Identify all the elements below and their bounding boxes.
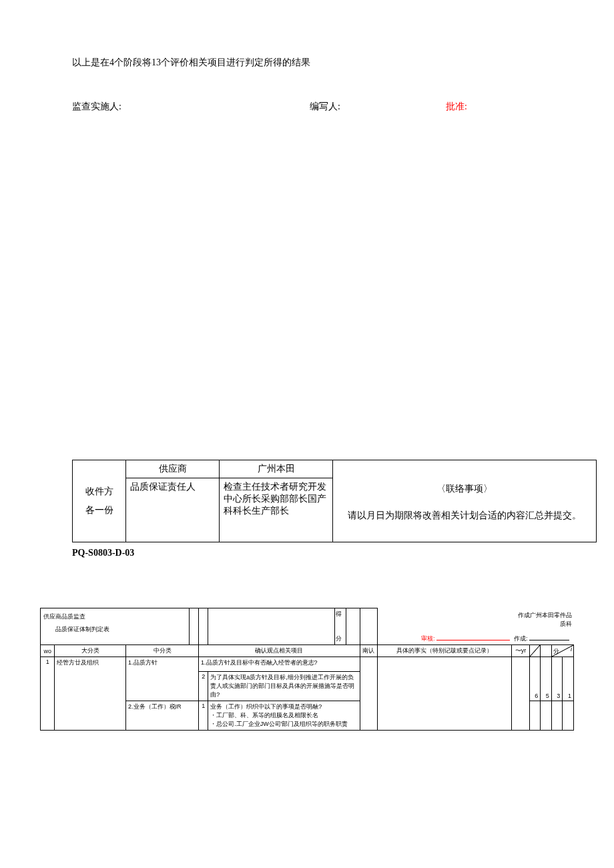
signature-row: 监查实施人: 编写人: 批准: <box>72 101 542 113</box>
page: 以上是在4个阶段将13个评价相关项目进行判定所得的结果 监查实施人: 编写人: … <box>0 0 614 868</box>
ghonda-roles: 检查主任技术者研究开发中心所长采购部部长国产科科长生产部长 <box>220 478 333 542</box>
yr-cell <box>512 657 529 731</box>
de-label: 得 <box>336 610 345 618</box>
upper-section: 以上是在4个阶段将13个评价相关项目进行判定所得的结果 监查实施人: 编写人: … <box>0 0 614 113</box>
score-label-cell: 得 分 <box>334 608 346 645</box>
contact-box-table: 收件方 各一份 供应商 广州本田 〈联络事项〉 请以月日为期限将改善相关计划合适… <box>72 460 597 542</box>
col-blank1 <box>529 645 541 657</box>
inspector-label: 监查实施人: <box>72 101 310 113</box>
item2-no: 2 <box>199 672 208 701</box>
writer-label: 编写人: <box>310 101 446 113</box>
approver-label: 批准: <box>446 101 467 113</box>
item3-cell: 业务（工作）织织中以下的事项是否明融? ・工厂部、科、系等的组膜名及相限长名 ・… <box>208 701 360 731</box>
fen-hdr: 分 <box>553 647 559 656</box>
header-row: wo 大分类 中分类 确认观点相关项目 南认 具体的事实（特别记跋或要点记录） … <box>41 645 574 657</box>
col-no: wo <box>41 645 55 657</box>
s1 <box>529 701 541 731</box>
table-row: 1 经管方廿及组织 1.品质方针 1.品质方针及目标中有否融入经管者的意志? 6… <box>41 657 574 672</box>
blank-cell <box>377 608 512 632</box>
s3 <box>551 701 563 731</box>
col-cat2: 中分类 <box>126 645 199 657</box>
s2 <box>541 701 552 731</box>
col-yr: 〜yr <box>512 645 529 657</box>
summary-text: 以上是在4个阶段将13个评价相关项目进行判定所得的结果 <box>72 57 542 69</box>
detail-table: 供应商品质监查 品质保证体制判定表 得 分 作成广州本田零件品质科 审核: <box>40 608 574 731</box>
title1: 供应商品质监查 <box>43 612 186 621</box>
blank-cell <box>189 608 198 645</box>
title-cell: 供应商品质监查 品质保证体制判定表 <box>41 608 190 645</box>
table-row: 供应商品质监查 品质保证体制判定表 得 分 作成广州本田零件品质科 <box>41 608 574 632</box>
shenhe-label: 审核: <box>421 635 435 642</box>
score3: 3 <box>551 657 563 701</box>
cat1-cell: 经管方廿及组织 <box>55 657 126 731</box>
blank-cell <box>208 608 335 645</box>
col-confirm: 南认 <box>360 645 377 657</box>
table-row: 收件方 各一份 供应商 广州本田 〈联络事项〉 请以月日为期限将改善相关计划合适… <box>73 460 597 478</box>
blank-cell <box>360 608 377 645</box>
blank-cell <box>199 608 208 645</box>
score5: 5 <box>541 657 552 701</box>
s4 <box>563 701 574 731</box>
col-score-head: i 分 <box>551 645 573 657</box>
contact-label: 〈联络事项〉 <box>340 480 589 497</box>
shenhe-cell: 审核: <box>377 631 512 644</box>
doc-number: PQ-S0803-D-03 <box>72 548 614 558</box>
contact-cell: 〈联络事项〉 请以月日为期限将改善相关计划合适的内容汇总并提交。 <box>333 460 597 542</box>
item3-no: 1 <box>199 701 208 731</box>
zuocheng-line <box>529 640 569 640</box>
supplier-header: 供应商 <box>126 460 220 478</box>
recipient-text: 收件方 各一份 <box>77 482 121 520</box>
supplier-role: 品质保证责任人 <box>126 478 220 542</box>
title2: 品质保证体制判定表 <box>43 625 186 634</box>
spacer <box>0 113 614 460</box>
col-fact: 具体的事实（特别记跋或要点记录） <box>377 645 512 657</box>
lower-section: 供应商品质监查 品质保证体制判定表 得 分 作成广州本田零件品质科 审核: <box>40 608 574 731</box>
score6: 6 <box>529 657 541 701</box>
zuocheng-cell: 作成: <box>512 631 574 644</box>
cat2b-text: 2.业务（工作）税IR <box>128 703 196 711</box>
deadline-text: 请以月日为期限将改善相关计划合适的内容汇总并提交。 <box>340 510 589 522</box>
zuocheng-label: 作成: <box>514 635 528 642</box>
col-item: 确认观点相关项目 <box>199 645 360 657</box>
cat2a-cell: 1.品质方针 <box>126 657 199 701</box>
item1-cell: 1.品质方针及目标中有否融入经管者的意志? <box>199 657 360 672</box>
blank-cell <box>346 608 360 645</box>
i-label: i <box>571 646 572 653</box>
fen-label: 分 <box>336 634 345 643</box>
cat2b-cell: 2.业务（工作）税IR <box>126 701 199 731</box>
madeby-label: 作成广州本田零件品质科 <box>512 608 574 632</box>
col-blank2 <box>541 645 552 657</box>
confirm-cell <box>360 657 377 731</box>
recipient-cell: 收件方 各一份 <box>73 460 126 542</box>
score1: 1 <box>563 657 574 701</box>
shenhe-line <box>436 640 510 640</box>
ghonda-header: 广州本田 <box>220 460 333 478</box>
no-cell: 1 <box>41 657 55 731</box>
item2-cell: 为了具体实现a质方针及目标,细分到推进工作开展的负责人或实施部门的部门目标及具体… <box>208 672 360 701</box>
fact-cell <box>377 657 512 731</box>
col-cat1: 大分类 <box>55 645 126 657</box>
